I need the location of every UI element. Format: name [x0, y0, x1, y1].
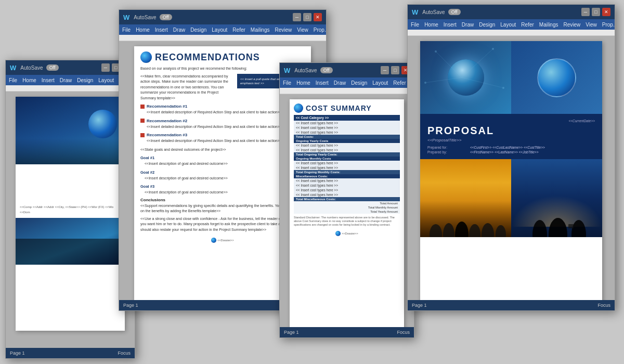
ribbon-home-p[interactable]: Home — [424, 22, 438, 28]
ribbon-prop-c[interactable]: Prop. — [314, 27, 326, 33]
ribbon-draw-c[interactable]: Draw — [173, 27, 185, 33]
focus-btn-proposal[interactable]: Focus — [597, 303, 610, 308]
contact-placeholder: <<Comp <<Addr <<Addr <<City, <<State>> (… — [20, 205, 121, 215]
ribbon-layout-c[interactable]: Layout — [212, 27, 227, 33]
focus-btn-cost[interactable]: Focus — [397, 330, 410, 335]
prop-bottom-left — [420, 159, 511, 237]
ribbon-left: File Home Insert Draw Design Layout Refe… — [6, 75, 135, 85]
ribbon-insert-cost[interactable]: Insert — [316, 80, 329, 86]
prop-hero-right — [511, 41, 602, 114]
prop-bottom-right — [511, 159, 602, 237]
ribbon-draw-left[interactable]: Draw — [60, 77, 72, 83]
ribbon-file-left[interactable]: File — [9, 77, 17, 83]
ribbon-insert-p[interactable]: Insert — [444, 22, 457, 28]
earth-globe — [537, 58, 576, 97]
title-bar-cost: W AutoSave Off ─ □ ✕ — [280, 63, 414, 77]
ribbon-mail-p[interactable]: Mailings — [539, 22, 558, 28]
cost-row-1-1-cell: << Insert cost types here >> — [294, 121, 400, 125]
word-logo-left: W — [10, 64, 16, 72]
ribbon-refer-cost[interactable]: Refer — [393, 80, 406, 86]
ribbon-home-left[interactable]: Home — [22, 77, 36, 83]
ribbon-mail-c[interactable]: Mailings — [251, 27, 270, 33]
svg-point-6 — [424, 82, 426, 84]
close-btn-center[interactable]: ✕ — [314, 13, 322, 21]
cost-grand-total-3-cell: Total Yearly Amount — [294, 210, 400, 214]
autosave-toggle-cost[interactable]: Off — [320, 67, 333, 73]
ribbon-layout-left[interactable]: Layout — [98, 77, 114, 83]
proposal-title: PROPOSAL — [427, 125, 595, 137]
ribbon-view-c[interactable]: View — [297, 27, 308, 33]
minimize-btn-left[interactable]: ─ — [101, 63, 110, 72]
word-logo-center: W — [123, 14, 129, 21]
close-btn-proposal[interactable]: ✕ — [602, 8, 610, 16]
ribbon-insert-left[interactable]: Insert — [42, 77, 55, 83]
ribbon-refer-p[interactable]: Refer — [521, 22, 534, 28]
minimize-btn-cost[interactable]: ─ — [381, 66, 389, 74]
ribbon-cost: File Home Insert Draw Design Layout Refe… — [280, 77, 414, 88]
page-label-cost: Page 1 — [284, 330, 299, 335]
ribbon-file-p[interactable]: File — [411, 22, 419, 28]
ribbon-view-p[interactable]: View — [586, 22, 597, 28]
cost-table: << Cost Category >> << Insert cost types… — [294, 115, 400, 214]
cost-section-2: Ongoing Yearly Costs — [294, 139, 400, 143]
word-window-cost: W AutoSave Off ─ □ ✕ File Home Insert Dr… — [279, 62, 414, 338]
maximize-btn-cost[interactable]: □ — [391, 66, 399, 74]
proposal-hero-bottom — [420, 159, 602, 237]
cost-section-3-label: Ongoing Monthly Costs — [294, 157, 400, 161]
page-left: <<Comp <<Addr <<Addr <<City, <<State>> (… — [16, 97, 125, 331]
cost-grand-total-2: Total Monthly Amount — [294, 205, 400, 210]
ribbon-home-cost[interactable]: Home — [296, 80, 310, 86]
ribbon-review-c[interactable]: Review — [275, 27, 292, 33]
rec-section-1-title: Recommendation #1 — [147, 104, 187, 109]
ribbon-design-cost[interactable]: Design — [351, 80, 367, 86]
autosave-toggle-left[interactable]: Off — [46, 64, 59, 71]
cost-grand-total-1: Total Amount — [294, 201, 400, 205]
ribbon-file-c[interactable]: File — [122, 27, 131, 33]
ribbon-review-p[interactable]: Review — [563, 22, 580, 28]
cost-total-2: Total Ongoing Yearly Costs: — [294, 152, 400, 157]
ribbon-layout-cost[interactable]: Layout — [372, 80, 388, 86]
footer-globe-icon-c — [211, 238, 216, 243]
footer-logo-text-cost: <<Dossier>> — [342, 232, 358, 235]
win-controls-center: ─ □ ✕ — [293, 13, 322, 21]
ruler-left — [6, 85, 135, 92]
maximize-btn-center[interactable]: □ — [303, 13, 311, 21]
minimize-btn-center[interactable]: ─ — [293, 13, 301, 21]
cost-row-1-1: << Insert cost types here >> — [294, 121, 400, 125]
ribbon-insert-c[interactable]: Insert — [155, 27, 168, 33]
ribbon-design-p[interactable]: Design — [479, 22, 495, 28]
left-globe-img — [88, 110, 117, 138]
svg-point-7 — [502, 87, 504, 89]
ribbon-layout-p[interactable]: Layout — [500, 22, 516, 28]
cost-row-4-2-cell: << Insert cost types here >> — [294, 183, 400, 188]
word-window-proposal: W AutoSave Off ─ □ ✕ File Home Insert Dr… — [407, 4, 615, 311]
svg-line-2 — [425, 77, 462, 83]
proposal-date: <<CurrentDate>> — [427, 119, 595, 123]
ribbon-refer-c[interactable]: Refer — [232, 27, 245, 33]
bullet-icon-1 — [140, 105, 145, 109]
ribbon-draw-cost[interactable]: Draw — [334, 80, 346, 86]
prop-hero-right-content — [511, 41, 602, 114]
ribbon-design-c[interactable]: Design — [190, 27, 206, 33]
minimize-btn-proposal[interactable]: ─ — [581, 8, 590, 16]
rec-section-3-title: Recommendation #3 — [147, 133, 187, 137]
page-label-center: Page 1 — [123, 303, 138, 308]
cost-total-2-cell: Total Ongoing Yearly Costs: — [294, 152, 400, 157]
footer-globe-icon-cost — [335, 231, 341, 236]
ribbon-design-left[interactable]: Design — [77, 77, 93, 83]
autosave-toggle-center[interactable]: Off — [160, 14, 172, 20]
left-silhouette — [16, 138, 125, 164]
doc-area-cost: COST SUMMARY << Cost Category >> << Inse… — [280, 94, 414, 327]
ribbon-draw-p[interactable]: Draw — [462, 22, 474, 28]
autosave-toggle-proposal[interactable]: Off — [448, 9, 461, 15]
focus-btn-left[interactable]: Focus — [118, 350, 131, 356]
ribbon-prop-p[interactable]: Prop. — [602, 22, 615, 28]
word-logo-proposal: W — [412, 8, 418, 16]
ribbon-home-c[interactable]: Home — [136, 27, 150, 33]
page-cost: COST SUMMARY << Cost Category >> << Inse… — [290, 99, 404, 327]
cost-total-4: Total Miscellaneous Costs: — [294, 197, 400, 201]
cost-row-1-3: << Insert cost types here >> — [294, 130, 400, 135]
maximize-btn-proposal[interactable]: □ — [592, 8, 600, 16]
ribbon-file-cost[interactable]: File — [283, 80, 291, 86]
cost-row-1-2: << Insert cost types here >> — [294, 125, 400, 130]
